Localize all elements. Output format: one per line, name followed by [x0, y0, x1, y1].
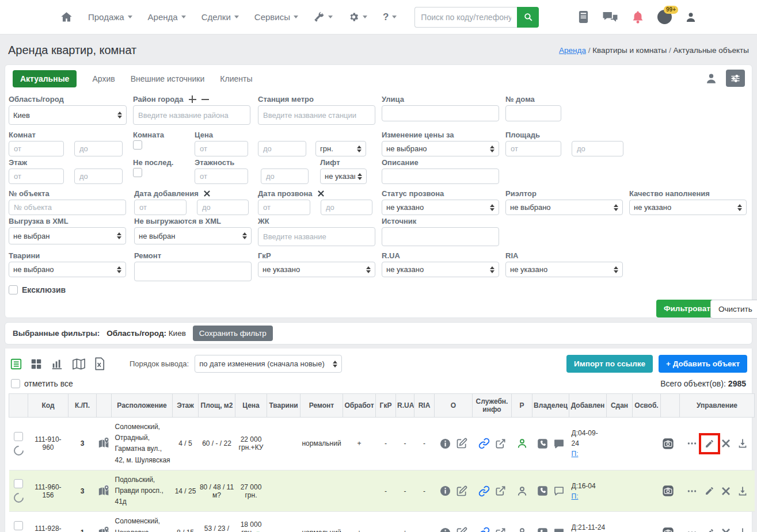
- clear-date-added-icon[interactable]: [204, 190, 210, 197]
- phone-icon[interactable]: [537, 485, 548, 496]
- called-date-link[interactable]: П:: [572, 491, 606, 502]
- sort-select[interactable]: по дате изменения (сначала новые): [195, 355, 342, 373]
- info-icon[interactable]: [440, 438, 451, 449]
- ria-select[interactable]: не указано: [505, 262, 623, 277]
- info-icon[interactable]: [440, 527, 451, 532]
- repair-input[interactable]: [134, 262, 252, 281]
- tools-menu[interactable]: [314, 12, 333, 22]
- tab-klienty[interactable]: Клиенты: [220, 74, 252, 83]
- metro-input[interactable]: [258, 105, 375, 125]
- messages-icon[interactable]: [602, 10, 618, 24]
- area-from-input[interactable]: [505, 141, 561, 156]
- house-input[interactable]: [505, 105, 561, 121]
- map-pin-icon[interactable]: [98, 437, 111, 450]
- profile-icon[interactable]: [685, 12, 697, 23]
- floor-from-input[interactable]: [9, 169, 64, 184]
- date-called-to-input[interactable]: [321, 200, 372, 215]
- link-icon[interactable]: [478, 438, 490, 449]
- floors-total-from-input[interactable]: [195, 169, 248, 184]
- link-icon[interactable]: [478, 527, 490, 532]
- edit-pencil-icon[interactable]: [705, 486, 714, 496]
- journal-icon[interactable]: [578, 10, 589, 24]
- call-status-ring-icon[interactable]: [12, 443, 25, 457]
- save-filter-button[interactable]: Сохранить фильтр: [193, 326, 273, 341]
- delete-x-icon[interactable]: [722, 487, 730, 495]
- tab-arhiv[interactable]: Архив: [92, 74, 115, 83]
- rua-select[interactable]: не указано: [382, 262, 499, 277]
- call-status-ring-icon[interactable]: [12, 491, 25, 505]
- source-input[interactable]: [382, 227, 499, 246]
- info-icon[interactable]: [440, 485, 451, 496]
- download-icon[interactable]: [737, 527, 748, 532]
- clear-date-called-icon[interactable]: [318, 190, 324, 197]
- row-checkbox[interactable]: [14, 521, 23, 530]
- object-id-input[interactable]: [9, 200, 126, 215]
- nav-prodazha[interactable]: Продажа: [88, 12, 132, 22]
- xml-not-select[interactable]: не выбран: [134, 227, 252, 244]
- quality-select[interactable]: не указано: [629, 200, 747, 215]
- phone-icon[interactable]: [537, 438, 548, 449]
- not-last-checkbox[interactable]: [133, 168, 142, 177]
- map-pin-icon[interactable]: [98, 485, 111, 497]
- client-person-icon[interactable]: [705, 72, 717, 85]
- currency-select[interactable]: грн.: [315, 141, 366, 156]
- call-status-select[interactable]: не указано: [382, 200, 499, 215]
- link-icon[interactable]: [478, 485, 490, 497]
- comment-icon[interactable]: [553, 485, 565, 496]
- nav-arenda[interactable]: Аренда: [148, 12, 186, 22]
- edit-note-icon[interactable]: [456, 438, 467, 449]
- delete-x-icon[interactable]: [722, 439, 730, 447]
- map-view-icon[interactable]: [71, 358, 86, 370]
- map-pin-icon[interactable]: [98, 526, 111, 532]
- realtor-select[interactable]: не выбрано: [505, 200, 623, 215]
- tab-aktualnye[interactable]: Актуальные: [13, 70, 77, 87]
- nav-sdelki[interactable]: Сделки: [201, 12, 239, 22]
- complex-input[interactable]: [258, 227, 375, 246]
- list-view-icon[interactable]: [10, 358, 22, 370]
- floor-to-input[interactable]: [74, 169, 123, 184]
- realtor-person-icon[interactable]: [516, 527, 528, 532]
- bonus-counter-icon[interactable]: 99+: [657, 10, 672, 24]
- external-link-icon[interactable]: [495, 527, 506, 532]
- street-input[interactable]: [382, 105, 499, 121]
- remove-district-icon[interactable]: [201, 95, 209, 103]
- date-called-from-input[interactable]: [258, 200, 310, 215]
- photos-camera-icon[interactable]: [662, 527, 679, 532]
- photos-camera-icon[interactable]: [662, 485, 679, 497]
- district-input[interactable]: [133, 105, 250, 125]
- price-to-input[interactable]: [258, 141, 306, 156]
- help-menu[interactable]: ?: [383, 12, 397, 23]
- add-object-button[interactable]: + Добавить объект: [659, 355, 747, 373]
- excel-export-icon[interactable]: [94, 357, 105, 370]
- settings-menu[interactable]: [348, 12, 367, 22]
- download-icon[interactable]: [737, 438, 748, 449]
- edit-pencil-icon[interactable]: [705, 528, 714, 532]
- edit-note-icon[interactable]: [456, 485, 467, 497]
- photos-camera-icon[interactable]: [662, 438, 679, 450]
- notifications-bell-icon[interactable]: [632, 10, 644, 24]
- rooms-from-input[interactable]: [9, 141, 64, 156]
- realtor-person-icon[interactable]: [516, 438, 528, 449]
- search-button[interactable]: [517, 7, 539, 28]
- more-actions-icon[interactable]: [687, 438, 697, 449]
- price-from-input[interactable]: [195, 141, 248, 156]
- delete-x-icon[interactable]: [722, 529, 730, 532]
- price-change-select[interactable]: не выбрано: [382, 141, 499, 156]
- phone-icon[interactable]: [537, 527, 548, 532]
- comment-icon[interactable]: [553, 527, 565, 532]
- animals-select[interactable]: не выбрано: [9, 262, 126, 277]
- description-input[interactable]: [382, 169, 499, 184]
- select-all-checkbox[interactable]: [11, 379, 20, 388]
- edit-note-icon[interactable]: [456, 527, 467, 532]
- gkr-select[interactable]: не указано: [258, 262, 375, 277]
- room-single-checkbox[interactable]: [133, 140, 142, 150]
- nav-servisy[interactable]: Сервисы: [254, 12, 298, 22]
- tab-vneshnie[interactable]: Внешние источники: [131, 74, 205, 83]
- rooms-to-input[interactable]: [74, 141, 123, 156]
- area-to-input[interactable]: [572, 141, 623, 156]
- download-icon[interactable]: [737, 486, 748, 496]
- filter-clear-button[interactable]: Очистить: [710, 300, 757, 319]
- exclusive-checkbox[interactable]: [9, 285, 18, 294]
- row-checkbox[interactable]: [14, 432, 23, 441]
- region-select[interactable]: Киев: [9, 105, 127, 125]
